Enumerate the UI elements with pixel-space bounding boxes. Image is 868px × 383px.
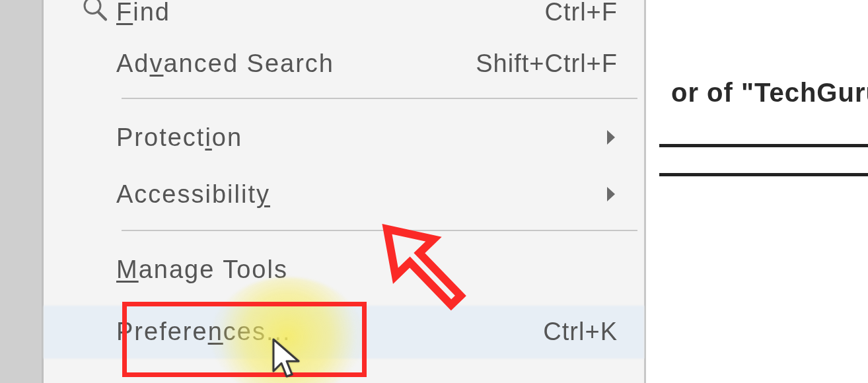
document-visible-text: or of "TechGuru	[671, 78, 868, 108]
menu-divider	[122, 230, 637, 231]
search-icon	[79, 0, 111, 30]
menu-item-find[interactable]: Find Ctrl+F	[44, 0, 644, 24]
document-rule-line	[659, 173, 868, 176]
menu-item-protection-label: Protection	[116, 123, 242, 152]
menu-item-manage-tools[interactable]: Manage Tools	[44, 246, 644, 293]
svg-line-1	[98, 13, 106, 20]
dropdown-menu-panel: Find Ctrl+F Advanced Search Shift+Ctrl+F…	[44, 0, 646, 383]
menu-item-protection[interactable]: Protection	[44, 114, 644, 161]
menu-item-preferences-shortcut: Ctrl+K	[543, 318, 618, 346]
menu-item-preferences[interactable]: Preferences... Ctrl+K	[44, 308, 644, 355]
menu-item-accessibility[interactable]: Accessibility	[44, 170, 644, 218]
menu-item-accessibility-label: Accessibility	[116, 180, 270, 209]
menu-item-advanced-search-label: Advanced Search	[116, 50, 334, 78]
document-background: or of "TechGuru	[646, 0, 868, 383]
document-rule-line	[659, 144, 868, 147]
menu-item-advanced-search-shortcut: Shift+Ctrl+F	[476, 50, 618, 78]
submenu-arrow-icon	[606, 186, 618, 203]
menu-item-preferences-label: Preferences...	[116, 318, 291, 346]
menu-divider	[122, 98, 637, 99]
submenu-arrow-icon	[606, 129, 618, 146]
menu-item-manage-tools-label: Manage Tools	[116, 256, 288, 284]
app-window-gutter	[0, 0, 44, 383]
menu-item-advanced-search[interactable]: Advanced Search Shift+Ctrl+F	[44, 40, 644, 87]
menu-item-find-shortcut: Ctrl+F	[545, 0, 618, 26]
menu-item-find-label: Find	[116, 0, 170, 26]
